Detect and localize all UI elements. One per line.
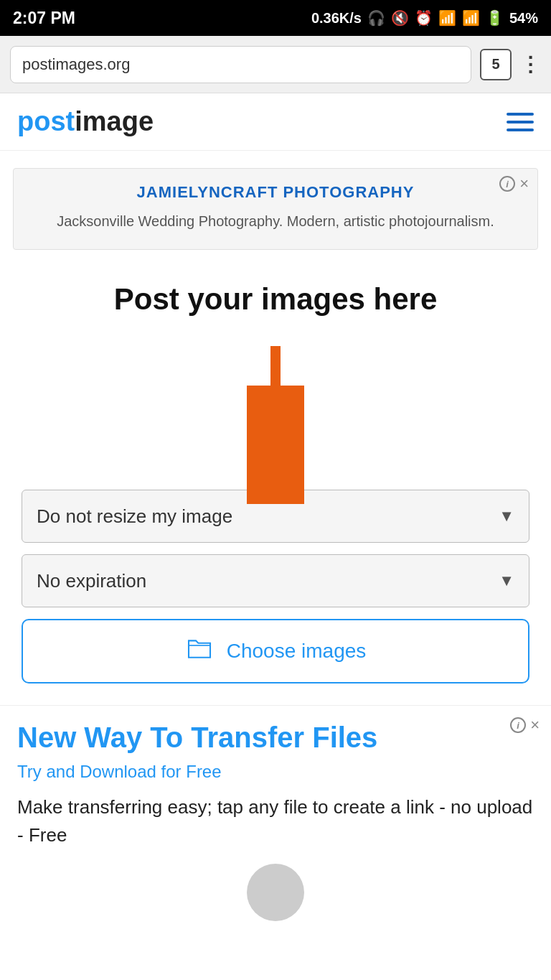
ad1-description: Jacksonville Wedding Photography. Modern… [31, 210, 520, 232]
network-speed: 0.36K/s [311, 10, 362, 27]
ad1-info-icon[interactable]: i [499, 176, 515, 192]
logo-image: image [75, 106, 154, 136]
folder-icon [185, 635, 214, 668]
ad1-controls: i × [499, 176, 529, 192]
ad2-subtitle: Try and Download for Free [17, 762, 534, 782]
url-bar[interactable]: postimages.org [10, 46, 471, 83]
ad-banner-2: i × New Way To Transfer Files Try and Do… [0, 705, 551, 921]
ad2-close-button[interactable]: × [530, 717, 540, 733]
resize-dropdown-value: Do not resize my image [37, 505, 232, 528]
alarm-icon: ⏰ [415, 9, 433, 27]
hamburger-line-3 [507, 129, 534, 131]
hamburger-menu[interactable] [507, 113, 534, 131]
battery-percent: 54% [509, 10, 538, 27]
browser-menu-button[interactable]: ⋮ [520, 52, 541, 76]
site-logo[interactable]: postimage [17, 106, 154, 137]
signal-icon: 📶 [462, 9, 480, 27]
arrow-container [22, 346, 529, 504]
ad-banner-1: i × JAMIELYNCRAFT PHOTOGRAPHY Jacksonvil… [13, 168, 538, 250]
expiration-dropdown-value: No expiration [37, 570, 146, 592]
battery-icon: 🔋 [486, 9, 504, 27]
status-bar: 2:07 PM 0.36K/s 🎧 🔇 ⏰ 📶 📶 🔋 54% [0, 0, 551, 36]
resize-dropdown-chevron: ▼ [499, 507, 514, 526]
page-title: Post your images here [22, 281, 529, 317]
down-arrow-icon [247, 346, 304, 504]
ad2-avatar [247, 864, 304, 921]
status-time: 2:07 PM [13, 9, 75, 28]
logo-post: post [17, 106, 75, 136]
browser-bar: postimages.org 5 ⋮ [0, 36, 551, 93]
status-right-icons: 0.36K/s 🎧 🔇 ⏰ 📶 📶 🔋 54% [311, 9, 538, 27]
mute-icon: 🔇 [391, 9, 409, 27]
main-content: Post your images here Do not resize my i… [0, 267, 551, 705]
wifi-icon: 📶 [438, 9, 456, 27]
choose-images-button[interactable]: Choose images [22, 619, 529, 683]
hamburger-line-1 [507, 113, 534, 116]
ad2-description: Make transferring easy; tap any file to … [17, 793, 534, 849]
expiration-dropdown-wrapper: No expiration ▼ [22, 554, 529, 607]
ad1-title: JAMIELYNCRAFT PHOTOGRAPHY [31, 183, 520, 202]
ad2-info-icon[interactable]: i [510, 717, 526, 733]
ad1-close-button[interactable]: × [519, 176, 529, 192]
tab-count[interactable]: 5 [480, 49, 512, 80]
url-text: postimages.org [22, 55, 130, 74]
site-header: postimage [0, 93, 551, 151]
ad2-title: New Way To Transfer Files [17, 720, 534, 755]
headphone-icon: 🎧 [367, 9, 385, 27]
expiration-dropdown-chevron: ▼ [499, 571, 514, 590]
hamburger-line-2 [507, 121, 534, 123]
ad2-controls: i × [510, 717, 540, 733]
expiration-dropdown[interactable]: No expiration ▼ [22, 554, 529, 607]
choose-images-label: Choose images [227, 640, 367, 663]
